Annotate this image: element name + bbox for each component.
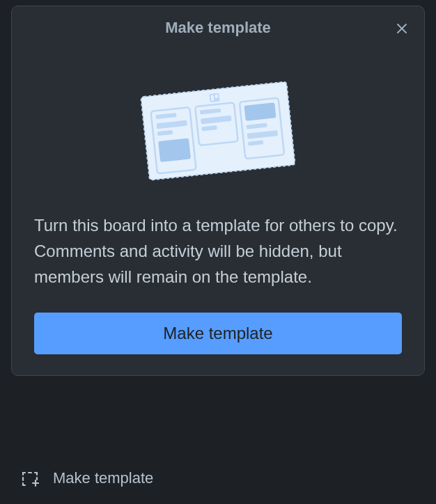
template-add-icon [21, 469, 39, 487]
svg-rect-16 [244, 102, 276, 120]
svg-rect-4 [211, 95, 215, 100]
make-template-menu-label: Make template [53, 469, 153, 487]
make-template-button[interactable]: Make template [34, 313, 402, 354]
close-button[interactable] [392, 19, 412, 38]
make-template-menu-item[interactable]: Make template [21, 469, 153, 487]
make-template-modal: Make template [11, 6, 425, 376]
modal-title: Make template [165, 19, 271, 37]
close-icon [396, 22, 408, 35]
svg-rect-3 [209, 93, 219, 102]
svg-rect-5 [215, 95, 219, 98]
svg-rect-10 [158, 138, 191, 162]
modal-header: Make template [12, 6, 424, 45]
illustration-container [12, 45, 424, 212]
board-template-illustration [138, 79, 298, 183]
modal-description: Turn this board into a template for othe… [12, 212, 424, 313]
